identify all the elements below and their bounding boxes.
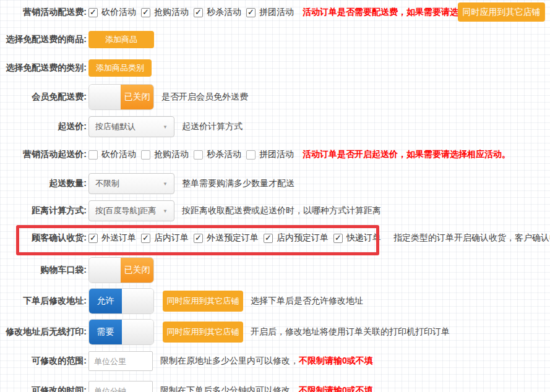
help-text: 选择下单后是否允许修改地址: [251, 296, 363, 307]
reprint-toggle[interactable]: 需要: [88, 319, 154, 345]
row-label: 营销活动起送价:: [0, 149, 87, 160]
modify-range-input[interactable]: [88, 351, 153, 371]
checkbox-label: 外送订单: [101, 232, 136, 244]
checkbox-label: 秒杀活动: [207, 7, 241, 18]
member-free-fee-toggle[interactable]: 已关闭: [88, 84, 154, 110]
checkbox-seckill-activity[interactable]: 秒杀活动: [194, 149, 241, 160]
row-label: 会员免配送费:: [0, 92, 87, 103]
row-modify-range: 可修改的范围: 限制在原地址多少公里内可以修改，不限制请输0或不填: [0, 351, 550, 371]
row-label: 起送数量:: [0, 178, 87, 189]
modify-address-toggle[interactable]: 允许: [88, 288, 154, 314]
checkbox-label: 店内订单: [154, 232, 189, 244]
row-label: 修改地址后无线打印:: [0, 326, 87, 338]
checkbox[interactable]: [141, 150, 150, 160]
row-free-fee-products: 选择免配送费的商品: 添加商品: [0, 31, 550, 48]
checkbox-label: 拼团活动: [259, 7, 294, 18]
checkbox-label: 快递订单: [346, 232, 381, 244]
help-red: 不限制请输0或不填: [299, 385, 373, 392]
row-cart-pocket: 购物车口袋: 已关闭: [0, 257, 550, 283]
checkbox[interactable]: ✓: [264, 234, 273, 243]
distance-method-select[interactable]: 按[百度导航]距离 ▼: [88, 200, 174, 221]
help-text: 起送价计算方式: [182, 121, 243, 132]
row-label: 可修改的时间:: [0, 385, 87, 392]
min-price-select[interactable]: 按店铺默认 ▼: [88, 116, 174, 137]
checkbox[interactable]: [194, 150, 203, 160]
chevron-down-icon: ▼: [163, 181, 168, 187]
row-label: 距离计算方式:: [0, 205, 87, 216]
toggle-knob: [122, 320, 153, 344]
checkbox-flash-buy-activity[interactable]: ✓ 抢购活动: [141, 7, 189, 18]
help-normal: 限制在下单后多少分钟内可以修改，: [160, 385, 299, 392]
checkbox-bargain-activity[interactable]: ✓ 砍价活动: [88, 7, 136, 18]
help-text: 整单需要购满多少数量才配送: [182, 178, 294, 189]
checkbox[interactable]: ✓: [88, 234, 98, 243]
checkbox-label: 砍价活动: [101, 149, 136, 160]
checkbox[interactable]: ✓: [141, 8, 150, 17]
checkbox[interactable]: ✓: [194, 8, 203, 17]
cart-pocket-toggle[interactable]: 已关闭: [88, 257, 154, 283]
checkbox-delivery-reserve-order[interactable]: ✓ 外送预定订单: [194, 232, 259, 244]
select-value: 按[百度导航]距离: [95, 205, 160, 216]
toggle-knob: [122, 289, 153, 313]
check-icon: ✓: [142, 234, 149, 242]
row-activity-delivery-fee: 营销活动配送费: ✓ 砍价活动 ✓ 抢购活动 ✓ 秒杀活动 ✓ 拼团活动 活动订…: [0, 2, 550, 22]
toggle-state-label: 已关闭: [121, 258, 153, 283]
row-label: 选择免配送费的类别:: [0, 62, 87, 74]
checkbox-flash-buy-activity[interactable]: 抢购活动: [141, 149, 189, 160]
help-text: 开启后，修改地址将使用订单关联的打印机打印订单: [251, 326, 450, 338]
row-min-price: 起送价: 按店铺默认 ▼ 起送价计算方式: [0, 116, 550, 137]
checkbox[interactable]: [246, 150, 256, 160]
check-icon: ✓: [142, 8, 149, 16]
min-price-note: 活动订单是否开启起送价，如果需要请选择相应活动。: [303, 149, 510, 160]
apply-to-other-stores-button[interactable]: 同时应用到其它店铺: [163, 322, 243, 343]
check-icon: ✓: [247, 8, 254, 16]
toggle-state-label: 需要: [89, 320, 122, 344]
checkbox[interactable]: ✓: [141, 234, 150, 243]
row-member-free-fee: 会员免配送费: 已关闭 是否开启会员免外送费: [0, 84, 550, 110]
help-red: 不限制请输0或不填: [299, 356, 373, 365]
checkbox-seckill-activity[interactable]: ✓ 秒杀活动: [194, 7, 241, 18]
checkbox-bargain-activity[interactable]: 砍价活动: [88, 149, 136, 160]
row-distance-method: 距离计算方式: 按[百度导航]距离 ▼ 按距离收取配送费或起送价时，以哪种方式计…: [0, 200, 550, 221]
checkbox[interactable]: ✓: [88, 8, 98, 17]
chevron-down-icon: ▼: [163, 208, 168, 214]
row-label: 顾客确认收货:: [0, 232, 87, 244]
min-quantity-select[interactable]: 不限制 ▼: [88, 173, 174, 194]
row-label: 选择免配送费的商品:: [0, 34, 87, 45]
check-icon: ✓: [90, 234, 97, 242]
check-icon: ✓: [335, 234, 342, 242]
checkbox-label: 外送预定订单: [207, 232, 259, 244]
checkbox-instore-order[interactable]: ✓ 店内订单: [141, 232, 189, 244]
help-text: 限制在原地址多少公里内可以修改，不限制请输0或不填: [160, 356, 373, 367]
checkbox-instore-reserve-order[interactable]: ✓ 店内预定订单: [264, 232, 329, 244]
checkbox[interactable]: ✓: [333, 234, 343, 243]
row-confirm-receipt: 顾客确认收货: ✓ 外送订单 ✓ 店内订单 ✓ 外送预定订单 ✓ 店内预定订单 …: [0, 233, 550, 243]
row-label: 购物车口袋:: [0, 265, 87, 276]
checkbox[interactable]: [88, 150, 98, 160]
help-text: 按距离收取配送费或起送价时，以哪种方式计算距离: [182, 205, 381, 216]
checkbox-delivery-order[interactable]: ✓ 外送订单: [88, 232, 136, 244]
add-product-button[interactable]: 添加商品: [88, 31, 154, 48]
row-free-fee-categories: 选择免配送费的类别: 添加商品类别: [0, 59, 550, 77]
check-icon: ✓: [195, 234, 202, 242]
row-modify-address: 下单后修改地址: 允许 同时应用到其它店铺 选择下单后是否允许修改地址: [0, 288, 550, 314]
checkbox-label: 秒杀活动: [207, 149, 241, 160]
help-text: 指定类型的订单开启确认收货，客户确认收货后，订单将自: [393, 232, 550, 244]
help-text: 是否开启会员免外送费: [161, 92, 248, 103]
checkbox-group-buy-activity[interactable]: 拼团活动: [246, 149, 294, 160]
row-label: 可修改的范围:: [0, 356, 87, 367]
checkbox-label: 抢购活动: [154, 7, 189, 18]
apply-to-other-stores-button[interactable]: 同时应用到其它店铺: [163, 291, 243, 312]
modify-time-input[interactable]: [88, 381, 153, 392]
checkbox-label: 砍价活动: [101, 7, 136, 18]
select-value: 不限制: [95, 178, 160, 189]
checkbox-group-buy-activity[interactable]: ✓ 拼团活动: [246, 7, 294, 18]
toggle-state-label: 允许: [89, 289, 122, 313]
row-min-quantity: 起送数量: 不限制 ▼ 整单需要购满多少数量才配送: [0, 173, 550, 194]
checkbox-label: 店内预定订单: [277, 232, 329, 244]
apply-to-other-stores-button[interactable]: 同时应用到其它店铺: [458, 2, 545, 22]
checkbox-express-order[interactable]: ✓ 快递订单: [333, 232, 381, 244]
add-category-button[interactable]: 添加商品类别: [88, 59, 152, 77]
checkbox[interactable]: ✓: [194, 234, 203, 243]
checkbox[interactable]: ✓: [246, 8, 256, 17]
